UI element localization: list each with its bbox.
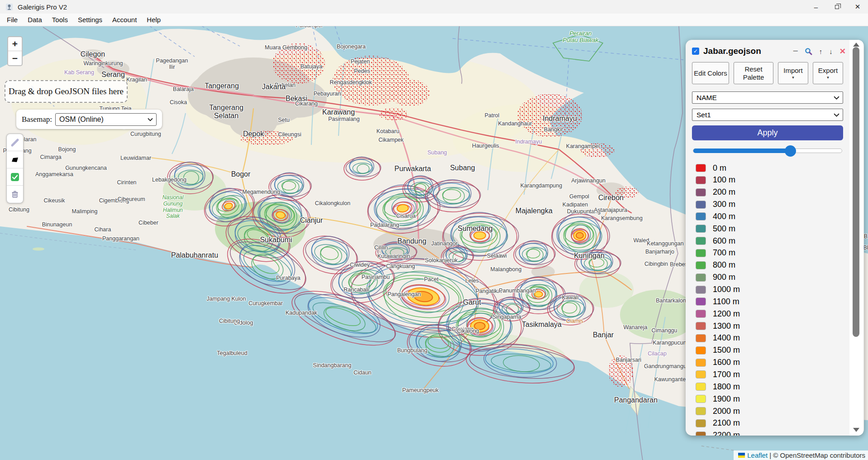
apply-button[interactable]: Apply: [692, 125, 843, 140]
panel-collapse-button[interactable]: –: [793, 46, 798, 55]
menu-item-account[interactable]: Account: [107, 14, 142, 26]
edit-save-button[interactable]: [7, 168, 23, 186]
layer-move-up-button[interactable]: ↑: [819, 48, 823, 55]
legend-label: 800 m: [713, 260, 735, 270]
legend-row[interactable]: 600 m: [696, 236, 735, 246]
scroll-up-arrow-icon[interactable]: [853, 43, 859, 47]
legend-color-swatch[interactable]: [696, 419, 706, 427]
app-icon: [5, 3, 13, 11]
legend-label: 1800 m: [713, 382, 740, 392]
dropzone-text: Drag & drop GeoJSON files here: [9, 86, 124, 96]
legend-color-swatch[interactable]: [696, 431, 706, 436]
legend-color-swatch[interactable]: [696, 225, 706, 233]
legend-color-swatch[interactable]: [696, 286, 706, 294]
caret-down-icon: ▾: [827, 75, 829, 80]
legend-row[interactable]: 1400 m: [696, 333, 740, 343]
legend-row[interactable]: 1000 m: [696, 285, 740, 295]
legend-row[interactable]: 2200 m: [696, 431, 740, 436]
legend-color-swatch[interactable]: [696, 201, 706, 209]
polygon-icon: [10, 155, 19, 164]
legend-color-swatch[interactable]: [696, 164, 706, 172]
legend-row[interactable]: 1600 m: [696, 358, 740, 368]
legend-row[interactable]: 1200 m: [696, 309, 740, 319]
legend-row[interactable]: 100 m: [696, 175, 735, 185]
legend-row[interactable]: 2100 m: [696, 418, 740, 428]
zoom-out-button[interactable]: −: [8, 51, 22, 65]
delete-layer-button[interactable]: [7, 186, 23, 203]
legend-row[interactable]: 2000 m: [696, 406, 740, 416]
legend-row[interactable]: 0 m: [696, 163, 726, 173]
legend-row[interactable]: 1700 m: [696, 369, 740, 379]
legend-color-swatch[interactable]: [696, 407, 706, 415]
legend-row[interactable]: 1800 m: [696, 382, 740, 392]
menu-item-file[interactable]: File: [2, 14, 23, 26]
legend-color-swatch[interactable]: [696, 176, 706, 184]
menu-item-data[interactable]: Data: [23, 14, 47, 26]
legend-row[interactable]: 1100 m: [696, 297, 739, 307]
legend-color-swatch[interactable]: [696, 310, 706, 318]
legend-row[interactable]: 700 m: [696, 248, 735, 258]
legend-row[interactable]: 500 m: [696, 224, 735, 234]
legend-color-swatch[interactable]: [696, 237, 706, 245]
opacity-slider[interactable]: [693, 149, 842, 153]
ukraine-flag-icon: [738, 453, 745, 458]
menu-bar: FileDataToolsSettingsAccountHelp: [0, 14, 868, 26]
scroll-down-arrow-icon[interactable]: [853, 428, 859, 432]
layer-move-down-button[interactable]: ↓: [829, 48, 833, 55]
edit-colors-button[interactable]: Edit Colors: [692, 62, 729, 84]
legend-row[interactable]: 300 m: [696, 200, 735, 210]
attribute-select[interactable]: NAME: [692, 91, 843, 104]
legend-label: 2200 m: [713, 431, 740, 436]
legend-row[interactable]: 1500 m: [696, 345, 740, 355]
legend-row[interactable]: 1900 m: [696, 394, 740, 404]
palette-select[interactable]: Set1: [692, 109, 843, 121]
menu-item-settings[interactable]: Settings: [73, 14, 107, 26]
legend-label: 1600 m: [713, 358, 740, 367]
legend-row[interactable]: 800 m: [696, 260, 735, 270]
legend-color-swatch[interactable]: [696, 383, 706, 391]
draw-polygon-button[interactable]: [7, 151, 23, 168]
export-button[interactable]: Export▾: [813, 62, 843, 84]
layer-visibility-checkbox[interactable]: ✓: [692, 48, 699, 55]
geojson-dropzone[interactable]: Drag & drop GeoJSON files here: [5, 80, 128, 103]
zoom-in-button[interactable]: +: [8, 37, 22, 51]
zoom-to-layer-button[interactable]: [805, 48, 812, 55]
legend-color-swatch[interactable]: [696, 322, 706, 330]
legend-color-swatch[interactable]: [696, 359, 706, 367]
legend-color-swatch[interactable]: [696, 188, 706, 196]
legend-row[interactable]: 1300 m: [696, 321, 740, 331]
legend-color-swatch[interactable]: [696, 297, 706, 306]
legend-color-swatch[interactable]: [696, 395, 706, 403]
scrollbar-thumb[interactable]: [853, 47, 859, 337]
legend-row[interactable]: 400 m: [696, 211, 735, 221]
reset-palette-button[interactable]: Reset Palette: [734, 62, 773, 84]
legend-color-swatch[interactable]: [696, 273, 706, 282]
panel-scrollbar[interactable]: [849, 40, 863, 436]
menu-item-help[interactable]: Help: [142, 14, 166, 26]
window-minimize-button[interactable]: –: [806, 0, 826, 14]
leaflet-link[interactable]: Leaflet: [747, 451, 768, 459]
chevron-down-icon: [834, 96, 839, 100]
legend-color-swatch[interactable]: [696, 346, 706, 355]
layer-panel-header: ✓ Jabar.geojson – ↑ ↓ ✕: [692, 45, 846, 57]
legend-label: 0 m: [713, 163, 726, 173]
legend-color-swatch[interactable]: [696, 212, 706, 220]
legend-color-swatch[interactable]: [696, 249, 706, 257]
legend-row[interactable]: 200 m: [696, 187, 735, 197]
layer-actions-row: Edit Colors Reset Palette Import▾ Export…: [692, 62, 843, 84]
import-button[interactable]: Import▾: [778, 62, 808, 84]
legend-label: 900 m: [713, 273, 735, 282]
basemap-select[interactable]: OSM (Online): [55, 113, 157, 126]
menu-item-tools[interactable]: Tools: [47, 14, 73, 26]
opacity-slider-thumb[interactable]: [785, 145, 796, 157]
layer-remove-button[interactable]: ✕: [839, 47, 846, 56]
legend-row[interactable]: 900 m: [696, 273, 735, 283]
legend-color-swatch[interactable]: [696, 261, 706, 269]
window-close-button[interactable]: ✕: [847, 0, 868, 14]
legend-label: 1900 m: [713, 394, 740, 404]
legend-color-swatch[interactable]: [696, 334, 706, 342]
draw-polyline-button[interactable]: [7, 134, 23, 151]
chevron-down-icon: [834, 113, 839, 117]
legend-color-swatch[interactable]: [696, 370, 706, 379]
window-restore-button[interactable]: [826, 0, 847, 14]
